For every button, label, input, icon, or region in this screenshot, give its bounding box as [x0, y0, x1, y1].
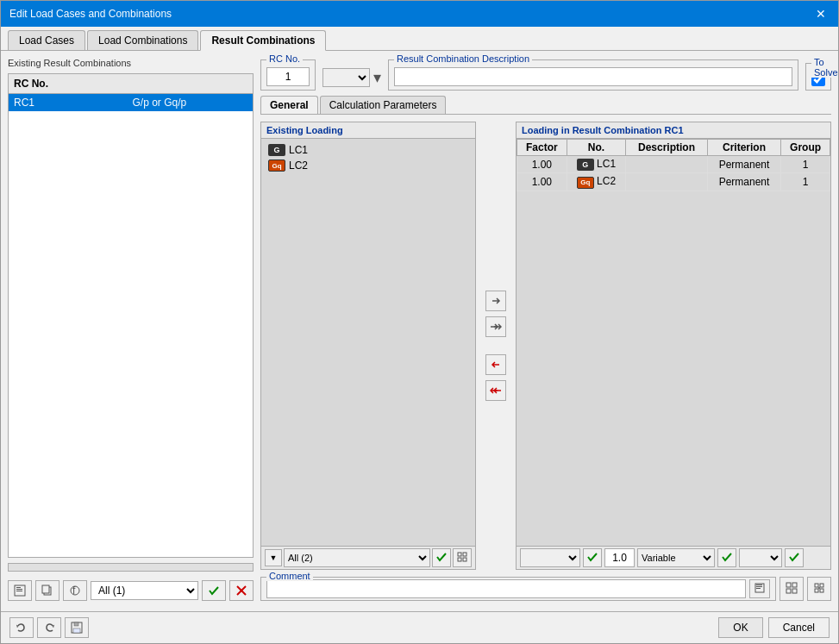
cancel-button[interactable]: Cancel — [768, 617, 830, 638]
comment-row: Comment — [260, 577, 831, 601]
existing-combinations-list: RC No. RC1 G/p or Gq/p — [8, 73, 254, 558]
tab-load-combinations[interactable]: Load Combinations — [87, 30, 198, 50]
checkmark-button[interactable] — [202, 580, 226, 601]
panels-row: Existing Loading G LC1 Gq LC2 ▼ — [260, 122, 831, 570]
svg-rect-3 — [16, 591, 22, 591]
tab-result-combinations[interactable]: Result Combinations — [200, 30, 326, 51]
cell-desc-1 — [626, 156, 708, 173]
comment-grid-btn1[interactable] — [780, 577, 804, 601]
col-no: No. — [567, 140, 626, 156]
list-item[interactable]: RC1 G/p or Gq/p — [9, 94, 253, 111]
rc-bottom-select1[interactable] — [520, 548, 580, 567]
loading-item-lc2[interactable]: Gq LC2 — [265, 158, 472, 173]
cell-desc-2 — [626, 173, 708, 191]
existing-grid-btn[interactable] — [453, 548, 472, 567]
svg-rect-13 — [463, 558, 466, 561]
rc-lc1-label: LC1 — [597, 158, 616, 170]
cell-group-1: 1 — [781, 156, 830, 173]
svg-rect-11 — [463, 553, 466, 556]
undo-button[interactable] — [9, 617, 34, 638]
copy-button[interactable] — [35, 580, 59, 601]
inner-tabs: General Calculation Parameters — [260, 96, 831, 115]
loading-item-lc1[interactable]: G LC1 — [265, 142, 472, 158]
result-combination-header: Loading in Result Combination RC1 — [517, 122, 830, 139]
delete-button[interactable] — [229, 580, 254, 601]
rc-check-btn1[interactable] — [583, 548, 602, 567]
cell-factor-2: 1.00 — [517, 173, 567, 191]
table-row[interactable]: 1.00 Gq LC2 Permanent 1 — [517, 173, 830, 191]
rc-description-label: Result Combination Description — [394, 53, 532, 64]
table-row[interactable]: 1.00 G LC1 Permanent 1 — [517, 156, 830, 173]
existing-loading-bottom: ▼ All (2) — [261, 546, 475, 569]
rc-no-label: RC No. — [266, 53, 303, 64]
filter-icon-btn[interactable]: ▼ — [265, 549, 282, 566]
rc-check-btn3[interactable] — [785, 548, 804, 567]
inner-tab-general[interactable]: General — [260, 96, 318, 114]
redo-button[interactable] — [37, 617, 61, 638]
new-button[interactable] — [8, 580, 32, 601]
content-area: Existing Result Combinations RC No. RC1 … — [1, 51, 838, 611]
existing-check-btn[interactable] — [432, 548, 451, 567]
horizontal-scrollbar[interactable] — [8, 563, 254, 572]
rc-bottom-select2[interactable] — [739, 548, 782, 567]
save-button[interactable] — [65, 617, 89, 638]
svg-rect-22 — [815, 584, 818, 587]
rc-type-select[interactable]: GS — [322, 68, 370, 87]
to-solve-label: To Solve — [811, 57, 838, 78]
cell-no-1: G LC1 — [567, 156, 626, 173]
lc2-label: LC2 — [289, 159, 308, 172]
close-button[interactable]: ✕ — [812, 5, 830, 22]
filter-select[interactable]: All (1) — [91, 581, 198, 600]
comment-icon-btn1[interactable] — [749, 579, 770, 598]
cell-factor-1: 1.00 — [517, 156, 567, 173]
existing-filter-select[interactable]: All (2) — [284, 548, 430, 567]
rc-no-section: RC No. — [260, 59, 316, 91]
variable-select[interactable]: Variable — [637, 548, 715, 567]
comment-field-container: Comment — [260, 577, 776, 601]
lc2-badge: Gq — [268, 159, 285, 172]
remove-arrow-btn[interactable] — [485, 354, 506, 375]
footer-left — [9, 617, 89, 638]
tab-load-cases[interactable]: Load Cases — [8, 30, 85, 50]
svg-rect-16 — [756, 586, 762, 587]
svg-rect-20 — [786, 589, 791, 593]
dialog-title: Edit Load Cases and Combinations — [9, 8, 172, 20]
main-tabs: Load Cases Load Combinations Result Comb… — [1, 27, 838, 51]
svg-rect-19 — [792, 583, 797, 587]
cell-criterion-2: Permanent — [707, 173, 780, 191]
func-button[interactable]: f — [63, 580, 87, 601]
table-header-row: Factor No. Description Criterion Group — [517, 140, 830, 156]
svg-rect-18 — [786, 583, 791, 587]
ok-button[interactable]: OK — [718, 617, 762, 638]
comment-input[interactable] — [266, 579, 746, 598]
top-fields-row: RC No. GS ▾ Result Combination Descripti… — [260, 58, 831, 92]
rc-no-input[interactable] — [266, 67, 310, 86]
result-combination-bottom: Variable — [517, 546, 830, 569]
add-all-arrow-btn[interactable] — [485, 316, 506, 337]
existing-combinations-label: Existing Result Combinations — [8, 58, 254, 68]
remove-all-arrow-btn[interactable] — [485, 380, 506, 401]
left-panel: Existing Result Combinations RC No. RC1 … — [8, 58, 254, 604]
existing-loading-panel: Existing Loading G LC1 Gq LC2 ▼ — [260, 122, 476, 570]
rc-description-input[interactable] — [394, 67, 792, 86]
rc-check-btn2[interactable] — [717, 548, 736, 567]
cell-rc-id: RC1 — [12, 96, 131, 109]
add-arrow-btn[interactable] — [485, 291, 506, 311]
col-factor: Factor — [517, 140, 567, 156]
left-panel-toolbar: f All (1) — [8, 577, 254, 604]
comment-label: Comment — [266, 571, 313, 581]
svg-rect-17 — [756, 588, 761, 589]
col-desc — [131, 76, 250, 91]
factor-input[interactable] — [604, 548, 635, 567]
dropdown-icon: ▾ — [373, 68, 381, 87]
result-combination-table-container: Factor No. Description Criterion Group 1… — [517, 139, 830, 546]
rc-lc1-badge: G — [577, 159, 594, 171]
inner-tab-calc-params[interactable]: Calculation Parameters — [320, 96, 447, 114]
list-header: RC No. — [9, 74, 253, 94]
svg-rect-25 — [820, 589, 823, 592]
col-rc-no: RC No. — [12, 76, 131, 91]
svg-point-26 — [818, 587, 820, 589]
existing-loading-header: Existing Loading — [261, 122, 475, 139]
comment-grid-btn2[interactable] — [807, 577, 831, 601]
col-criterion: Criterion — [707, 140, 780, 156]
